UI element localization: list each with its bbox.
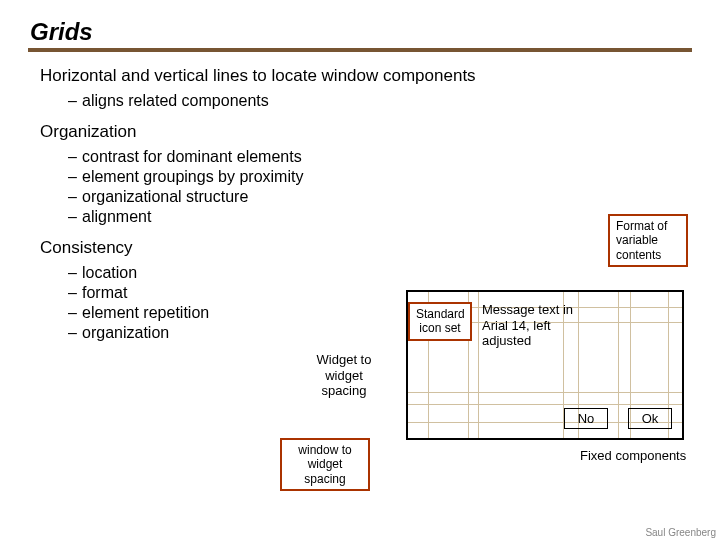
- title-divider: [28, 48, 692, 52]
- list-item: –element groupings by proximity: [68, 168, 680, 186]
- no-button-box: No: [564, 408, 608, 429]
- list-item: –alignment: [68, 208, 680, 226]
- format-label: Format of variable contents: [608, 214, 688, 267]
- list-item: –aligns related components: [68, 92, 680, 110]
- list-item: –location: [68, 264, 680, 282]
- list-item: –contrast for dominant elements: [68, 148, 680, 166]
- footer-credit: Saul Greenberg: [645, 527, 716, 538]
- message-text-label: Message text in Arial 14, left adjusted: [482, 302, 592, 349]
- topic-consistency: Consistency: [40, 238, 680, 258]
- standard-icon-label: Standard icon set: [408, 302, 472, 341]
- list-item: –organizational structure: [68, 188, 680, 206]
- topic-horizontal: Horizontal and vertical lines to locate …: [40, 66, 680, 86]
- window-spacing-label: window to widget spacing: [280, 438, 370, 491]
- grid-diagram: Format of variable contents Standard ico…: [270, 310, 700, 520]
- ok-button-box: Ok: [628, 408, 672, 429]
- page-title: Grids: [0, 0, 720, 48]
- topic-organization: Organization: [40, 122, 680, 142]
- fixed-components-label: Fixed components: [580, 448, 690, 464]
- widget-spacing-label: Widget to widget spacing: [304, 352, 384, 399]
